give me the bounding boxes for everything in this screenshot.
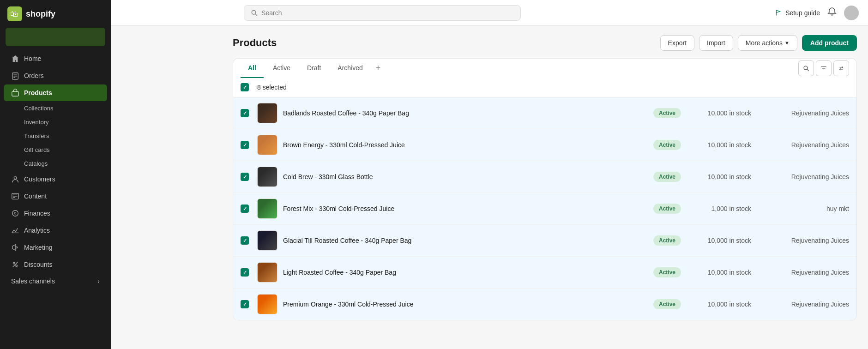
avatar[interactable]	[844, 6, 859, 20]
sidebar-item-products[interactable]: Products	[4, 84, 107, 101]
sidebar-item-marketing[interactable]: Marketing	[4, 239, 107, 256]
sidebar-item-home-label: Home	[24, 55, 41, 62]
sidebar-item-finances[interactable]: $ Finances	[4, 205, 107, 222]
product-name-2: Cold Brew - 330ml Glass Bottle	[283, 173, 648, 181]
row-checkbox-col	[241, 173, 252, 181]
vendor-name-3: huy mkt	[757, 205, 849, 212]
row-checkbox-col	[241, 205, 252, 213]
main-content: Products Export Import More actions ▼ Ad…	[222, 26, 868, 349]
sidebar-item-inventory[interactable]: Inventory	[4, 115, 107, 129]
product-name-1: Brown Energy - 330ml Cold-Pressed Juice	[283, 141, 648, 149]
setup-guide-label: Setup guide	[785, 9, 820, 17]
sidebar-item-collections[interactable]: Collections	[4, 102, 107, 115]
search-input[interactable]	[261, 9, 514, 17]
chevron-down-icon: ▼	[784, 40, 790, 46]
table-row[interactable]: Premium Orange - 330ml Cold-Pressed Juic…	[233, 289, 856, 320]
tabs-bar: All Active Draft Archived +	[233, 58, 857, 78]
add-tab-button[interactable]: +	[372, 59, 385, 78]
row-checkbox-3[interactable]	[241, 205, 249, 213]
status-badge-5: Active	[653, 267, 681, 277]
sales-channels-expand-icon: ›	[97, 277, 100, 285]
sidebar-item-orders[interactable]: Orders	[4, 67, 107, 84]
sidebar-logo: 🛍 shopify	[0, 0, 111, 28]
sidebar-item-content-label: Content	[24, 193, 47, 200]
shopify-icon: 🛍	[7, 6, 22, 21]
row-checkbox-1[interactable]	[241, 141, 249, 149]
status-badge-2: Active	[653, 172, 681, 182]
svg-point-20	[804, 66, 808, 70]
table-row[interactable]: Badlands Roasted Coffee - 340g Paper Bag…	[233, 97, 856, 129]
selected-count: 8 selected	[257, 84, 287, 91]
topbar: Setup guide	[111, 0, 868, 26]
stock-info-6: 10,000 in stock	[687, 301, 751, 308]
product-name-3: Forest Mix - 330ml Cold-Pressed Juice	[283, 205, 648, 212]
table-header-row: 8 selected	[233, 78, 856, 97]
search-box[interactable]	[244, 5, 521, 21]
stock-info-2: 10,000 in stock	[687, 173, 751, 181]
sidebar-item-analytics[interactable]: Analytics	[4, 222, 107, 239]
row-checkbox-0[interactable]	[241, 109, 249, 117]
tab-all[interactable]: All	[241, 59, 264, 78]
row-checkbox-6[interactable]	[241, 300, 249, 308]
stock-info-5: 10,000 in stock	[687, 269, 751, 276]
search-filter-button[interactable]	[798, 60, 814, 76]
tab-archived[interactable]: Archived	[330, 59, 370, 78]
product-thumbnail-0	[257, 103, 277, 123]
sidebar-item-transfers[interactable]: Transfers	[4, 129, 107, 143]
table-row[interactable]: Glacial Till Roasted Coffee - 340g Paper…	[233, 225, 856, 257]
vendor-name-2: Rejuvenating Juices	[757, 173, 849, 181]
sidebar-item-customers[interactable]: Customers	[4, 171, 107, 187]
product-rows: Badlands Roasted Coffee - 340g Paper Bag…	[233, 97, 856, 320]
row-checkbox-2[interactable]	[241, 173, 249, 181]
import-button[interactable]: Import	[699, 35, 733, 51]
stock-info-3: 1,000 in stock	[687, 205, 751, 212]
row-checkbox-5[interactable]	[241, 268, 249, 277]
orders-icon	[11, 72, 19, 80]
sidebar-item-finances-label: Finances	[24, 210, 50, 217]
svg-rect-6	[12, 91, 18, 96]
stock-info-1: 10,000 in stock	[687, 141, 751, 149]
row-checkbox-col	[241, 109, 252, 117]
export-button[interactable]: Export	[660, 35, 694, 51]
add-product-button[interactable]: Add product	[802, 35, 857, 51]
sidebar-item-content[interactable]: Content	[4, 188, 107, 205]
sidebar-item-catalogs[interactable]: Catalogs	[4, 157, 107, 170]
sidebar-item-home[interactable]: Home	[4, 50, 107, 67]
status-badge-0: Active	[653, 108, 681, 118]
table-row[interactable]: Forest Mix - 330ml Cold-Pressed Juice Ac…	[233, 193, 856, 225]
select-all-checkbox[interactable]	[241, 83, 249, 91]
sidebar-item-sales-channels[interactable]: Sales channels ›	[4, 273, 107, 289]
setup-guide-button[interactable]: Setup guide	[775, 9, 820, 17]
shopify-logo: 🛍 shopify	[7, 6, 55, 21]
tab-draft[interactable]: Draft	[300, 59, 328, 78]
svg-text:$: $	[14, 211, 16, 216]
discounts-icon	[11, 260, 19, 269]
sidebar-item-products-label: Products	[24, 89, 52, 96]
table-row[interactable]: Brown Energy - 330ml Cold-Pressed Juice …	[233, 129, 856, 161]
filter-button[interactable]	[816, 60, 832, 76]
table-row[interactable]: Light Roasted Coffee - 340g Paper Bag Ac…	[233, 257, 856, 289]
table-row[interactable]: Cold Brew - 330ml Glass Bottle Active 10…	[233, 161, 856, 193]
sort-button[interactable]	[833, 60, 849, 76]
flag-icon	[775, 9, 783, 17]
page-title: Products	[233, 37, 277, 49]
tab-active[interactable]: Active	[265, 59, 298, 78]
sidebar-item-discounts[interactable]: Discounts	[4, 256, 107, 273]
row-checkbox-4[interactable]	[241, 236, 249, 245]
sidebar-item-gift-cards[interactable]: Gift cards	[4, 143, 107, 156]
status-badge-4: Active	[653, 235, 681, 246]
svg-point-7	[14, 177, 16, 179]
more-actions-label: More actions	[746, 39, 783, 47]
status-badge-3: Active	[653, 204, 681, 214]
bell-icon	[827, 7, 837, 16]
row-checkbox-col	[241, 300, 252, 308]
product-name-4: Glacial Till Roasted Coffee - 340g Paper…	[283, 237, 648, 244]
sidebar-item-marketing-label: Marketing	[24, 244, 52, 251]
more-actions-button[interactable]: More actions ▼	[738, 35, 797, 51]
store-selector-button[interactable]	[6, 28, 105, 46]
notifications-button[interactable]	[827, 7, 837, 18]
product-thumbnail-5	[257, 262, 277, 283]
customers-icon	[11, 175, 19, 183]
status-badge-1: Active	[653, 140, 681, 150]
analytics-icon	[11, 226, 19, 235]
